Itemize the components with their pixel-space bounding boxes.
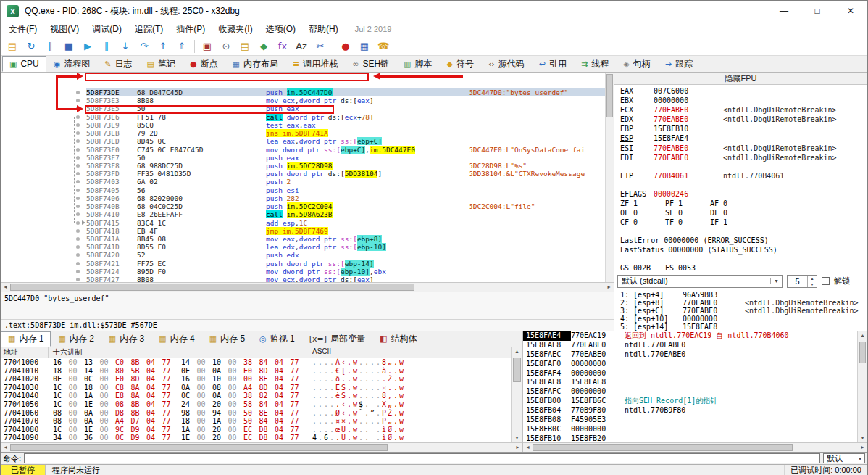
stack-rows[interactable]: 15E8FAE4770EAC19返回到 ntdll.770EAC19 自 ntd…	[523, 331, 857, 442]
stack-vscroll-thumb[interactable]	[859, 342, 866, 363]
argument-row[interactable]: 4: [esp+10]00000000	[614, 315, 867, 323]
step-over-icon[interactable]: ↷	[135, 38, 153, 54]
breakpoint-dot[interactable]	[76, 180, 80, 183]
argument-row[interactable]: 5: [esp+14]15E8FAE8	[614, 323, 867, 331]
breakpoint-dot[interactable]	[76, 139, 80, 143]
menu-item-追踪(T)[interactable]: 追踪(T)	[128, 21, 170, 38]
disassembly-panel[interactable]: 5D8F73DE68 D047C45Dpush im.5DC447D05DC44…	[1, 73, 614, 282]
tab-threads[interactable]: ⇉线程	[574, 56, 616, 72]
argument-row[interactable]: 3: [esp+C]770EABE0<ntdll.DbgUiRemoteBrea…	[614, 307, 867, 315]
disasm-row[interactable]: 5D8F73E38B08mov ecx,dword ptr ds:[eax]	[1, 96, 614, 104]
disasm-row[interactable]: 5D8F73EB79 2Djns im.5D8F741A	[1, 129, 614, 137]
breakpoint-dot[interactable]	[76, 270, 80, 273]
stack-row[interactable]: 15E8FB0015E8FB6C指向SEH_Record[1]的指针	[523, 397, 857, 406]
breakpoint-dot[interactable]	[76, 245, 80, 249]
menu-item-收藏夹(I)[interactable]: 收藏夹(I)	[212, 21, 259, 38]
breakpoint-dot[interactable]	[76, 99, 80, 102]
memory-row[interactable]: 7704101018001400805B04770E000A00E08D0477…	[1, 367, 511, 376]
disasm-row[interactable]: 5D8F73E6FF51 78call dword ptr ds:[ecx+78…	[1, 113, 614, 121]
memory-row[interactable]: 7704100016001300C08B04771400100038840477…	[1, 358, 511, 367]
memory-row[interactable]: 770410501C001E00088B04772400200058840477…	[1, 400, 511, 409]
tab-call-stack[interactable]: ≡调用堆栈	[285, 56, 345, 72]
tab-seh-chain[interactable]: ∞SEH链	[345, 56, 396, 72]
stack-row[interactable]: 15E8FB08F45905E3	[523, 416, 857, 425]
disasm-row[interactable]: 5D8F7418EB 4Fjmp im.5D8F7469	[1, 227, 614, 235]
spin-up-icon[interactable]: ▴	[808, 276, 817, 281]
tab-cpu[interactable]: ▣CPU	[2, 56, 46, 72]
disasm-row[interactable]: 5D8F7421FF75 ECpush dword ptr ss:[ebp-14…	[1, 260, 614, 268]
disasm-row[interactable]: 5D8F7424895D F0mov dword ptr ss:[ebp-10]…	[1, 268, 614, 276]
attach-icon[interactable]: ☎	[375, 38, 392, 54]
argument-count-stepper[interactable]: 5 ▴ ▾	[787, 275, 817, 288]
tab-notes[interactable]: ▤笔记	[140, 56, 183, 72]
trace-icon[interactable]: ▣	[199, 38, 216, 54]
run-icon[interactable]: ▶	[79, 38, 96, 54]
breakpoint-dot[interactable]	[76, 253, 80, 257]
memory-map-icon[interactable]: ▦	[356, 38, 373, 54]
disasm-row[interactable]: 5D8F741D8D55 F0lea edx,dword ptr ss:[ebp…	[1, 243, 614, 251]
command-input[interactable]	[24, 453, 820, 463]
scroll-up-icon[interactable]: ▴	[858, 331, 867, 340]
scroll-up-icon[interactable]: ▴	[512, 347, 522, 356]
disasm-row[interactable]: 5D8F74278B08mov ecx,dword ptr ds:[eax]	[1, 276, 614, 282]
tab-script[interactable]: ▥脚本	[396, 56, 439, 72]
disasm-vscroll-thumb[interactable]	[606, 74, 613, 117]
tab-locals[interactable]: [x=]局部变量	[302, 331, 372, 347]
open-file-icon[interactable]: ▤	[4, 38, 21, 54]
patch-icon[interactable]: ✂	[312, 38, 329, 54]
memory-vscrollbar[interactable]: ▴ ▾	[511, 347, 522, 442]
disasm-row[interactable]: 5D8F741A8B45 08mov eax,dword ptr ss:[ebp…	[1, 235, 614, 243]
breakpoint-dot[interactable]	[76, 164, 80, 168]
scylla-icon[interactable]: ▤	[236, 38, 254, 54]
register-row[interactable]: ESP15E8FAE4	[614, 133, 867, 143]
breakpoints-icon[interactable]: ●	[337, 38, 354, 54]
register-row[interactable]: EDI770EABE0<ntdll.DbgUiRemoteBreakin>	[614, 153, 867, 162]
tab-trace[interactable]: →跟踪	[658, 56, 700, 72]
register-row[interactable]: EBX00000000	[614, 96, 867, 105]
tab-struct[interactable]: ◧结构体	[372, 331, 424, 347]
stack-vscrollbar[interactable]: ▴ ▾	[857, 331, 867, 442]
disasm-hscrollbar[interactable]: ◂ ▸	[1, 282, 614, 292]
close-button[interactable]: ✕	[834, 1, 867, 21]
tab-watch-1[interactable]: ◎监视 1	[252, 331, 302, 347]
disasm-row[interactable]: 5D8F73F0C745 0C E047C45Dmov dword ptr ss…	[1, 146, 614, 154]
disasm-row[interactable]: 5D8F73F868 988DC25Dpush im.5DC28D985DC28…	[1, 162, 614, 170]
register-row[interactable]: EIP770B4061ntdll.770B4061	[614, 171, 867, 181]
disasm-row[interactable]: 5D8F740B68 04C0C25Dpush im.5DC2C0045DC2C…	[1, 202, 614, 210]
breakpoint-dot[interactable]	[76, 278, 80, 281]
scroll-down-icon[interactable]: ▾	[858, 434, 867, 442]
tab-dump-5[interactable]: ▦内存 5	[202, 331, 252, 347]
tab-log[interactable]: ✎日志	[97, 56, 139, 72]
tab-references[interactable]: ↩引用	[532, 56, 574, 72]
scroll-down-icon[interactable]: ▾	[512, 434, 522, 442]
disasm-row[interactable]: 5D8F740556push esi	[1, 186, 614, 194]
unlock-checkbox[interactable]	[822, 277, 830, 285]
tab-memory-map[interactable]: ▦内存布局	[225, 56, 285, 72]
memory-dump[interactable]: 地址 十六进制 ASCII 7704100016001300C08B047714…	[1, 347, 511, 442]
memory-row[interactable]: 770410301C001800C88A04770A000800A48D0477…	[1, 384, 511, 392]
disasm-vscrollbar[interactable]	[605, 73, 614, 282]
breakpoint-dot[interactable]	[76, 156, 80, 160]
step-into-icon[interactable]: ↓	[117, 38, 134, 54]
disasm-hscroll-thumb[interactable]	[10, 284, 414, 291]
register-row[interactable]: ESI770EABE0<ntdll.DbgUiRemoteBreakin>	[614, 144, 867, 153]
strings-icon[interactable]: Az	[293, 38, 310, 54]
stack-row[interactable]: 15E8FAF400000000	[523, 369, 857, 379]
settings-icon[interactable]: ⊙	[217, 38, 235, 54]
disasm-row[interactable]: 5D8F74036A 02push 2	[1, 178, 614, 186]
stack-row[interactable]: 15E8FAF000000000	[523, 360, 857, 369]
pause-icon[interactable]: ‖	[41, 38, 59, 54]
maximize-button[interactable]: □	[801, 1, 834, 21]
disasm-row[interactable]: 5D8F73E550push eax	[1, 104, 614, 112]
breakpoint-dot[interactable]	[76, 205, 80, 208]
disasm-row[interactable]: 5D8F73ED8D45 0Clea eax,dword ptr ss:[ebp…	[1, 137, 614, 145]
breakpoint-dot[interactable]	[76, 107, 80, 110]
menu-item-帮助(H)[interactable]: 帮助(H)	[302, 21, 345, 38]
register-row[interactable]: EFLAGS00000246	[614, 189, 867, 199]
tab-handles[interactable]: ◈句柄	[616, 56, 657, 72]
memory-hscroll-thumb[interactable]	[10, 444, 388, 451]
scroll-right-icon[interactable]: ▸	[513, 443, 522, 452]
stack-row[interactable]: 15E8FAE8770EABE0ntdll.770EABE0	[523, 341, 857, 350]
plugins-icon[interactable]: ◆	[255, 38, 272, 54]
scroll-right-icon[interactable]: ▸	[604, 283, 614, 292]
